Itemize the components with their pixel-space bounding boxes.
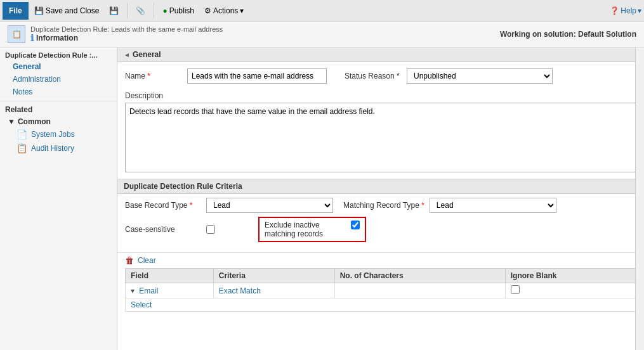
name-input[interactable]	[187, 68, 327, 84]
table-row-select: Select	[126, 298, 636, 312]
general-section-label: General	[133, 50, 161, 59]
sidebar-item-audit-history[interactable]: 📋 Audit History	[0, 141, 117, 155]
paperclip-icon: 📎	[136, 6, 145, 15]
case-sensitive-label: Case-sensitive	[125, 225, 201, 234]
separator-1	[127, 3, 128, 18]
sidebar-item-notes[interactable]: Notes	[0, 86, 117, 98]
grid-cell-field: ▾ Email	[126, 283, 214, 298]
grid-cell-criteria: Exact Match	[213, 283, 334, 298]
matching-required: *	[421, 201, 424, 210]
grid-header-field: Field	[126, 269, 214, 283]
actions-dropdown-icon: ▾	[240, 6, 244, 15]
grid-cell-ignore-blank	[505, 283, 636, 298]
grid-toolbar: 🗑 Clear	[117, 252, 644, 268]
grid-cell-select: Select	[126, 298, 636, 312]
main-layout: Duplicate Detection Rule :... General Ad…	[0, 48, 644, 350]
working-on-solution: Working on solution: Default Solution	[500, 30, 636, 39]
status-group: Status Reason * Unpublished	[345, 68, 553, 84]
page-title: Information	[36, 34, 78, 42]
table-row: ▾ Email Exact Match	[126, 283, 636, 298]
sidebar: Duplicate Detection Rule :... General Ad…	[0, 48, 117, 350]
description-textarea[interactable]: Detects lead records that have the same …	[125, 103, 636, 172]
entity-icon: 📋	[8, 25, 25, 43]
name-label: Name *	[125, 72, 182, 80]
case-sensitive-checkbox[interactable]	[206, 225, 215, 234]
header-left: 📋 Duplicate Detection Rule: Leads with t…	[8, 25, 223, 43]
criteria-form: Base Record Type * Lead Matching Record …	[117, 194, 644, 250]
ignore-blank-checkbox[interactable]	[511, 285, 520, 294]
row-expand-icon: ▾	[131, 286, 135, 295]
save-button[interactable]: 💾	[105, 2, 123, 20]
publish-icon: ●	[162, 6, 167, 15]
toolbar: File 💾 Save and Close 💾 📎 ● Publish ⚙ Ac…	[0, 0, 644, 22]
save-and-close-button[interactable]: 💾 Save and Close	[30, 2, 104, 20]
file-button[interactable]: File	[3, 2, 29, 20]
select-link[interactable]: Select	[131, 300, 152, 309]
criteria-section-header: Duplicate Detection Rule Criteria	[117, 179, 644, 194]
status-required: *	[397, 72, 400, 80]
grid-header-row: Field Criteria No. of Characters Ignore …	[126, 269, 636, 283]
sidebar-related-label: Related	[0, 101, 117, 115]
name-row: Name * Status Reason * Unpublished	[125, 68, 636, 84]
toolbar-right: ❓ Help ▾	[610, 6, 641, 15]
common-expand-icon: ▼	[8, 117, 15, 126]
base-record-type-select[interactable]: Lead	[206, 198, 333, 213]
exclude-inactive-highlight-box: Exclude inactive matching records	[258, 217, 366, 242]
actions-icon: ⚙	[204, 6, 211, 15]
criteria-grid-table: Field Criteria No. of Characters Ignore …	[125, 268, 636, 312]
sidebar-section-title: Duplicate Detection Rule :...	[0, 48, 117, 60]
exclude-inactive-container: Exclude inactive matching records	[258, 217, 366, 242]
exact-match-link[interactable]: Exact Match	[219, 286, 261, 295]
actions-button[interactable]: ⚙ Actions ▾	[200, 2, 248, 20]
publish-button[interactable]: ● Publish	[158, 2, 199, 20]
entity-icon-symbol: 📋	[12, 30, 22, 39]
name-required: *	[147, 72, 150, 80]
description-label: Description	[117, 91, 644, 100]
header-area: 📋 Duplicate Detection Rule: Leads with t…	[0, 22, 644, 48]
save-small-icon: 💾	[109, 6, 119, 15]
info-icon-small: ℹ	[30, 33, 34, 43]
grid-header-num-chars: No. of Characters	[334, 269, 505, 283]
clear-icon: 🗑	[125, 255, 134, 266]
help-label: Help	[621, 6, 636, 15]
save-icon: 💾	[34, 6, 44, 15]
exclude-inactive-label: Exclude inactive matching records	[265, 221, 347, 238]
base-required: *	[190, 201, 193, 210]
header-subtitle: Duplicate Detection Rule: Leads with the…	[30, 25, 223, 33]
status-reason-label: Status Reason *	[345, 72, 402, 80]
status-reason-select[interactable]: Unpublished	[407, 68, 553, 84]
header-main-title: ℹ Information	[30, 33, 223, 43]
exclude-inactive-checkbox[interactable]	[351, 221, 360, 229]
vertical-scrollbar[interactable]	[635, 48, 644, 350]
clear-button[interactable]: Clear	[138, 256, 156, 265]
help-button[interactable]: ❓ Help ▾	[610, 6, 641, 15]
options-row: Case-sensitive Exclude inactive matching…	[125, 217, 636, 242]
record-type-row: Base Record Type * Lead Matching Record …	[125, 198, 636, 213]
audit-history-icon: 📋	[16, 143, 27, 153]
general-section-arrow: ◄	[124, 51, 130, 58]
publish-label: Publish	[169, 6, 194, 15]
sidebar-item-administration[interactable]: Administration	[0, 73, 117, 86]
base-record-type-label: Base Record Type *	[125, 201, 201, 210]
sidebar-common-label: Common	[18, 117, 51, 126]
content-area: ◄ General Name * Status Reason * Unpubli…	[117, 48, 644, 350]
actions-label: Actions	[213, 6, 238, 15]
help-icon: ❓	[610, 6, 619, 15]
header-title-block: Duplicate Detection Rule: Leads with the…	[30, 25, 223, 43]
save-and-close-label: Save and Close	[46, 6, 100, 15]
system-jobs-icon: 📄	[16, 129, 27, 139]
email-field-link[interactable]: Email	[139, 286, 158, 295]
sidebar-item-system-jobs[interactable]: 📄 System Jobs	[0, 127, 117, 141]
grid-header-ignore-blank: Ignore Blank	[505, 269, 636, 283]
sidebar-sub-item-label-0: System Jobs	[31, 130, 75, 139]
sidebar-common-title: ▼ Common	[0, 115, 117, 127]
matching-record-type-select[interactable]: Lead	[430, 198, 556, 213]
help-dropdown-icon: ▾	[638, 6, 641, 15]
general-form-area: Name * Status Reason * Unpublished	[117, 66, 644, 91]
grid-cell-num-chars	[334, 283, 505, 298]
grid-header-criteria: Criteria	[213, 269, 334, 283]
sidebar-sub-item-label-1: Audit History	[31, 144, 74, 153]
general-section-header: ◄ General	[117, 48, 644, 62]
sidebar-item-general[interactable]: General	[0, 60, 117, 73]
attach-button[interactable]: 📎	[131, 2, 150, 20]
